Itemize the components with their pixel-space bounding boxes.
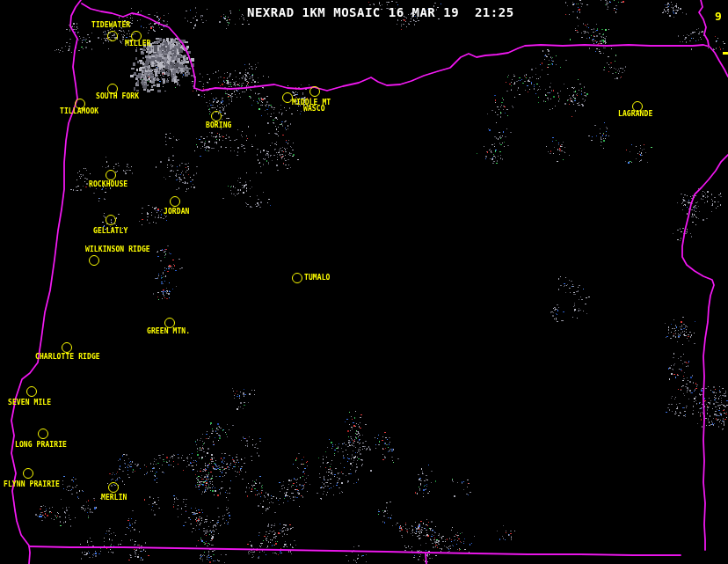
station-marker-green-mtn [164, 318, 175, 328]
station-marker-seven-mile [26, 386, 37, 397]
map-title: NEXRAD 1KM MOSAIC 16 MAR 19 21:25 [247, 5, 514, 19]
station-label-long-prairie: LONG PRAIRIE [15, 442, 67, 449]
station-label-gellatly: GELLATLY [93, 228, 127, 235]
station-marker-flynn-prairie [23, 468, 33, 479]
station-label-tumalo: TUMALO [304, 275, 331, 282]
station-label-south-fork: SOUTH FORK [96, 93, 139, 100]
nexrad-mosaic-viewer: NEXRAD 1KM MOSAIC 16 MAR 19 21:25 TIDEWA… [0, 0, 728, 564]
station-marker-charlotte-ridge [62, 342, 72, 353]
station-label-flynn-prairie: FLYNN PRAIRIE [4, 481, 60, 488]
station-label-green-mtn: GREEN MTN. [147, 328, 190, 335]
station-marker-rockhouse [106, 170, 116, 180]
station-marker-jordan [170, 196, 180, 207]
station-marker-gellatly [106, 215, 116, 225]
station-label-tillamook: TILLAMOOK [60, 108, 98, 115]
station-label-charlotte-ridge: CHARLOTTE RIDGE [35, 354, 100, 361]
station-marker-tidewater [107, 31, 118, 41]
edge-label-fragment [723, 52, 728, 55]
station-marker-boring [211, 111, 222, 121]
station-marker-long-prairie [38, 428, 48, 439]
station-marker-wasco [309, 86, 320, 97]
edge-label-fragment: 9 [715, 11, 722, 22]
station-label-seven-mile: SEVEN MILE [8, 399, 51, 407]
station-label-boring: BORING [206, 122, 232, 129]
station-label-jordan: JORDAN [164, 209, 190, 216]
station-label-miller: MILLER [125, 40, 151, 48]
station-marker-tumalo [292, 273, 302, 283]
station-label-wasco: WASCO [303, 106, 325, 113]
station-label-lagrande: LAGRANDE [618, 111, 652, 118]
station-label-tidewater: TIDEWATER [91, 22, 130, 29]
station-marker-wilkinson-ridge [89, 255, 99, 266]
station-label-merlin: MERLIN [101, 494, 127, 502]
station-label-wilkinson-ridge: WILKINSON RIDGE [85, 246, 150, 253]
station-marker-merlin [108, 482, 119, 493]
station-label-rockhouse: ROCKHOUSE [89, 181, 127, 188]
station-marker-middle-mt [282, 92, 293, 103]
